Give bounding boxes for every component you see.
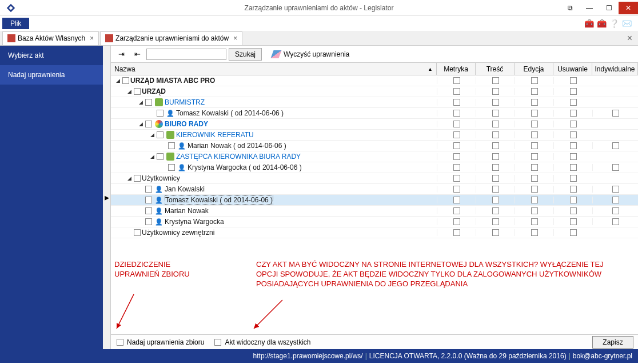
perm-checkbox[interactable] bbox=[453, 229, 460, 236]
perm-checkbox[interactable] bbox=[492, 175, 499, 182]
perm-checkbox[interactable] bbox=[612, 207, 619, 214]
perm-checkbox[interactable] bbox=[612, 142, 619, 149]
clear-permissions-button[interactable]: Wyczyść uprawnienia bbox=[269, 49, 353, 59]
perm-checkbox[interactable] bbox=[492, 142, 499, 149]
perm-checkbox[interactable] bbox=[492, 131, 499, 138]
perm-checkbox[interactable] bbox=[531, 229, 538, 236]
tree-row[interactable]: ◢KIEROWNIK REFERATU bbox=[111, 130, 638, 141]
row-checkbox[interactable] bbox=[157, 153, 164, 160]
col-name[interactable]: Nazwa▲ bbox=[111, 63, 437, 75]
perm-checkbox[interactable] bbox=[492, 229, 499, 236]
perm-checkbox[interactable] bbox=[612, 110, 619, 117]
option-visible-all[interactable]: Akt widoczny dla wszystkich bbox=[213, 338, 310, 346]
window-close-icon[interactable]: ✕ bbox=[619, 2, 638, 14]
perm-checkbox[interactable] bbox=[492, 207, 499, 214]
perm-checkbox[interactable] bbox=[531, 99, 538, 106]
row-checkbox[interactable] bbox=[157, 131, 164, 138]
perm-checkbox[interactable] bbox=[570, 121, 577, 127]
tree-row[interactable]: ◢BURMISTRZ bbox=[111, 97, 638, 108]
perm-checkbox[interactable] bbox=[531, 142, 538, 149]
perm-checkbox[interactable] bbox=[453, 110, 460, 117]
tab-baza-aktow[interactable]: Baza Aktów Własnych × bbox=[2, 31, 99, 45]
row-checkbox[interactable] bbox=[134, 88, 141, 95]
perm-checkbox[interactable] bbox=[570, 153, 577, 160]
tree-row[interactable]: 👤Krystyna Wargocka bbox=[111, 217, 638, 227]
perm-checkbox[interactable] bbox=[453, 88, 460, 95]
tree-row[interactable]: ◢URZĄD MIASTA ABC PRO bbox=[111, 75, 638, 86]
perm-checkbox[interactable] bbox=[570, 88, 577, 95]
perm-checkbox[interactable] bbox=[492, 153, 499, 160]
expand-all-icon[interactable]: ⇥ bbox=[114, 48, 128, 61]
expander-icon[interactable]: ◢ bbox=[114, 78, 121, 83]
settings-toolbox-icon[interactable]: 🧰 bbox=[597, 19, 606, 28]
tab-close-icon[interactable]: × bbox=[233, 34, 237, 42]
perm-checkbox[interactable] bbox=[453, 77, 460, 84]
perm-checkbox[interactable] bbox=[492, 77, 499, 84]
sidebar-collapse-handle[interactable]: ▸ bbox=[103, 46, 111, 349]
perm-checkbox[interactable] bbox=[453, 207, 460, 214]
row-checkbox[interactable] bbox=[122, 77, 129, 84]
expander-icon[interactable]: ◢ bbox=[137, 99, 144, 105]
perm-checkbox[interactable] bbox=[531, 121, 538, 127]
tree-row[interactable]: 👤Marian Nowak ( od 2014-06-06 ) bbox=[111, 141, 638, 151]
row-checkbox[interactable] bbox=[145, 207, 152, 214]
perm-checkbox[interactable] bbox=[531, 110, 538, 117]
sidebar-item-wybierz-akt[interactable]: Wybierz akt bbox=[0, 46, 103, 65]
perm-checkbox[interactable] bbox=[570, 164, 577, 171]
perm-checkbox[interactable] bbox=[570, 77, 577, 84]
tree-row[interactable]: 👤Jan Kowalski bbox=[111, 184, 638, 195]
perm-checkbox[interactable] bbox=[531, 218, 538, 225]
perm-checkbox[interactable] bbox=[492, 99, 499, 106]
save-button[interactable]: Zapisz bbox=[592, 336, 633, 349]
row-checkbox[interactable] bbox=[157, 110, 164, 117]
perm-checkbox[interactable] bbox=[570, 131, 577, 138]
row-checkbox[interactable] bbox=[134, 229, 141, 236]
perm-checkbox[interactable] bbox=[531, 197, 538, 203]
search-input[interactable] bbox=[146, 49, 226, 60]
perm-checkbox[interactable] bbox=[453, 186, 460, 193]
perm-checkbox[interactable] bbox=[570, 99, 577, 106]
perm-checkbox[interactable] bbox=[531, 131, 538, 138]
perm-checkbox[interactable] bbox=[570, 186, 577, 193]
expander-icon[interactable]: ◢ bbox=[149, 132, 155, 138]
expander-icon[interactable]: ◢ bbox=[126, 89, 133, 94]
col-edit[interactable]: Edycja bbox=[515, 63, 553, 75]
perm-checkbox[interactable] bbox=[453, 131, 460, 138]
perm-checkbox[interactable] bbox=[492, 164, 499, 171]
row-checkbox[interactable] bbox=[145, 121, 152, 127]
tab-zarzadzanie[interactable]: Zarządzanie uprawnieniami do aktów × bbox=[100, 31, 242, 45]
mail-icon[interactable]: ✉️ bbox=[622, 19, 631, 28]
perm-checkbox[interactable] bbox=[531, 153, 538, 160]
perm-checkbox[interactable] bbox=[570, 175, 577, 182]
perm-checkbox[interactable] bbox=[570, 110, 577, 117]
menu-file[interactable]: Plik bbox=[2, 18, 29, 29]
perm-checkbox[interactable] bbox=[453, 218, 460, 225]
perm-checkbox[interactable] bbox=[570, 207, 577, 214]
tree-row[interactable]: 👤Krystyna Wargocka ( od 2014-06-06 ) bbox=[111, 162, 638, 173]
perm-checkbox[interactable] bbox=[492, 186, 499, 193]
row-checkbox[interactable] bbox=[145, 186, 152, 193]
sidebar-item-nadaj-uprawnienia[interactable]: Nadaj uprawnienia bbox=[0, 65, 103, 85]
perm-checkbox[interactable] bbox=[570, 218, 577, 225]
row-checkbox[interactable] bbox=[168, 142, 175, 149]
perm-checkbox[interactable] bbox=[570, 197, 577, 203]
tabs-close-all-icon[interactable]: × bbox=[627, 33, 638, 43]
perm-checkbox[interactable] bbox=[453, 175, 460, 182]
window-minimize-icon[interactable]: — bbox=[580, 2, 599, 14]
row-checkbox[interactable] bbox=[134, 175, 141, 182]
perm-checkbox[interactable] bbox=[570, 142, 577, 149]
perm-checkbox[interactable] bbox=[453, 197, 460, 203]
perm-checkbox[interactable] bbox=[612, 164, 619, 171]
perm-checkbox[interactable] bbox=[453, 164, 460, 171]
tree-row[interactable]: 👤Marian Nowak bbox=[111, 206, 638, 217]
tree-row[interactable]: 👤Tomasz Kowalski ( od 2014-06-06 ) bbox=[111, 108, 638, 119]
perm-checkbox[interactable] bbox=[612, 218, 619, 225]
perm-checkbox[interactable] bbox=[531, 175, 538, 182]
tree-row[interactable]: ◢Użytkownicy bbox=[111, 173, 638, 184]
tree-row[interactable]: ◢ZASTĘPCA KIEROWNIKA BIURA RADY bbox=[111, 151, 638, 162]
window-restore-icon[interactable]: ⧉ bbox=[560, 2, 580, 14]
row-checkbox[interactable] bbox=[145, 99, 152, 106]
row-checkbox[interactable] bbox=[145, 218, 152, 225]
perm-checkbox[interactable] bbox=[492, 121, 499, 127]
search-button[interactable]: Szukaj bbox=[229, 48, 262, 61]
